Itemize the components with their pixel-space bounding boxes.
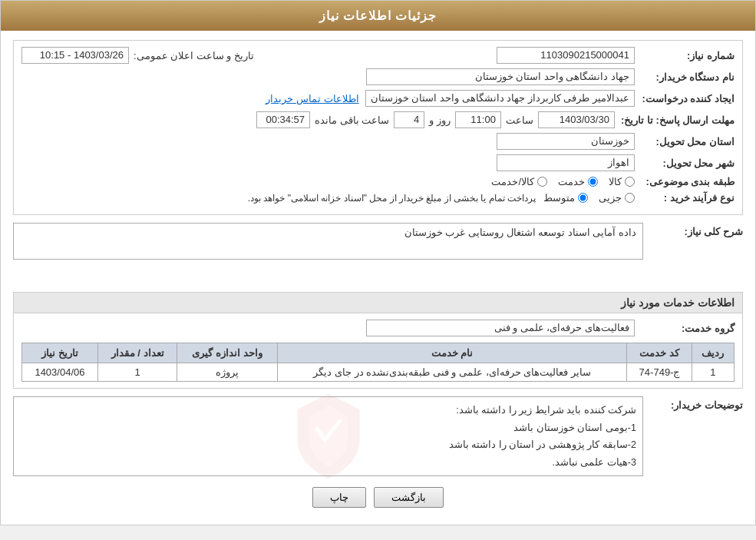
need-description-watermark-area: داده آمایی اسناد توسعه اشتغال روستایی غر… [13,223,643,284]
col-count: تعداد / مقدار [97,343,177,363]
col-name: نام خدمت [277,343,627,363]
process-radio-motevaset[interactable] [578,193,588,203]
category-label-kala-khedmat: کالا/خدمت [491,176,534,187]
category-option-kala[interactable]: کالا [609,176,635,187]
buyer-notes-text: شرکت کننده باید شرایط زیر را داشته باشد:… [20,402,636,471]
creator-label: ایجاد کننده درخواست: [635,93,735,104]
need-description-container: داده آمایی اسناد توسعه اشتغال روستایی غر… [13,223,643,284]
service-group-label: گروه خدمت: [635,323,735,334]
services-table-header-row: ردیف کد خدمت نام خدمت واحد اندازه گیری ت… [22,343,735,363]
announce-label: تاریخ و ساعت اعلان عمومی: [134,50,254,61]
buyer-notes-container: شرکت کننده باید شرایط زیر را داشته باشد:… [13,396,643,476]
need-number-value: 1103090215000041 [497,47,635,64]
deadline-date: 1403/03/30 [538,111,615,128]
row-creator: ایجاد کننده درخواست: عبدالامیر طرفی کارب… [21,90,735,107]
cell-unit: پروژه [177,363,277,382]
process-radio-group: جزیی متوسط [543,192,635,204]
city-label: شهر محل تحویل: [635,157,735,169]
print-button[interactable]: چاپ [312,487,366,508]
category-option-khedmat[interactable]: خدمت [558,176,598,187]
cell-name: سایر فعالیت‌های حرفه‌ای، علمی و فنی طبقه… [277,363,627,382]
province-value: خوزستان [497,133,635,150]
back-button[interactable]: بازگشت [374,487,444,508]
process-label-jozi: جزیی [599,192,622,204]
row-buyer-notes: توضیحات خریدار: شرکت کننده باید شرایط زی… [13,396,743,476]
col-date: تاریخ نیاز [22,343,98,363]
row-need-number: شماره نیاز: 1103090215000041 تاریخ و ساع… [21,47,735,64]
row-service-group: گروه خدمت: فعالیت‌های حرفه‌ای، علمی و فن… [21,320,735,336]
row-need-description: شرح کلی نیاز: داده آمایی اسناد توسعه اشت… [13,223,743,284]
city-value: اهواز [497,154,635,171]
process-radio-jozi[interactable] [625,193,635,203]
col-row-num: ردیف [692,343,734,363]
row-province: استان محل تحویل: خوزستان [21,133,735,150]
main-info-section: شماره نیاز: 1103090215000041 تاریخ و ساع… [13,40,743,215]
services-table: ردیف کد خدمت نام خدمت واحد اندازه گیری ت… [21,343,735,382]
category-option-kala-khedmat[interactable]: کالا/خدمت [491,176,547,187]
cell-date: 1403/04/06 [22,363,98,382]
row-buyer-name: نام دستگاه خریدار: جهاد دانشگاهی واحد اس… [21,68,735,85]
page-title: جزئیات اطلاعات نیاز [319,9,437,22]
deadline-time: 11:00 [455,111,501,128]
need-number-label: شماره نیاز: [635,50,735,61]
category-radio-group: کالا خدمت کالا/خدمت [491,176,635,187]
col-code: کد خدمت [627,343,692,363]
process-option-jozi[interactable]: جزیی [599,192,635,204]
deadline-remaining: 00:34:57 [256,111,310,128]
category-radio-khedmat[interactable] [588,177,598,187]
cell-count: 1 [97,363,177,382]
deadline-time-label: ساعت [506,114,533,126]
services-section: اطلاعات خدمات مورد نیاز گروه خدمت: فعالی… [13,292,743,389]
buyer-notes-value: شرکت کننده باید شرایط زیر را داشته باشد:… [13,396,643,476]
creator-value: عبدالامیر طرفی کاربرداز جهاد دانشگاهی وا… [365,90,635,107]
page-header: جزئیات اطلاعات نیاز [1,1,755,31]
category-label-khedmat: خدمت [558,176,585,187]
cell-row-num: 1 [692,363,734,382]
table-row: 1 ج-749-74 سایر فعالیت‌های حرفه‌ای، علمی… [22,363,735,382]
services-table-head: ردیف کد خدمت نام خدمت واحد اندازه گیری ت… [22,343,735,363]
need-description-label: شرح کلی نیاز: [643,223,743,237]
category-label-kala: کالا [609,176,622,187]
services-table-body: 1 ج-749-74 سایر فعالیت‌های حرفه‌ای، علمی… [22,363,735,382]
buyer-name-value: جهاد دانشگاهی واحد استان خوزستان [366,68,635,85]
cell-code: ج-749-74 [627,363,692,382]
process-label: نوع فرآیند خرید : [635,192,735,204]
row-deadline: مهلت ارسال پاسخ: تا تاریخ: 1403/03/30 سا… [21,111,735,128]
category-radio-kala-khedmat[interactable] [537,177,547,187]
col-unit: واحد اندازه گیری [177,343,277,363]
province-label: استان محل تحویل: [635,136,735,147]
need-description-value: داده آمایی اسناد توسعه اشتغال روستایی غر… [13,223,643,260]
announce-value: 1403/03/26 - 10:15 [21,47,129,64]
row-city: شهر محل تحویل: اهواز [21,154,735,171]
services-info: گروه خدمت: فعالیت‌های حرفه‌ای، علمی و فن… [13,313,743,389]
process-label-motevaset: متوسط [543,192,575,204]
process-note: پرداخت تمام یا بخشی از مبلغ خریدار از مح… [248,193,536,204]
deadline-remaining-label: ساعت باقی مانده [315,114,389,126]
need-description-section: شرح کلی نیاز: داده آمایی اسناد توسعه اشت… [13,223,743,284]
deadline-day-label: روز و [429,114,451,126]
category-label: طبقه بندی موضوعی: [635,176,735,187]
row-process: نوع فرآیند خرید : جزیی متوسط پرداخت تمام… [21,192,735,204]
process-option-motevaset[interactable]: متوسط [543,192,588,204]
deadline-label: مهلت ارسال پاسخ: تا تاریخ: [615,114,735,126]
category-radio-kala[interactable] [625,177,635,187]
services-section-title: اطلاعات خدمات مورد نیاز [13,292,743,313]
button-row: بازگشت چاپ [13,487,743,508]
deadline-days: 4 [394,111,424,128]
buyer-notes-label: توضیحات خریدار: [643,396,743,411]
row-category: طبقه بندی موضوعی: کالا خدمت کالا/خدمت [21,176,735,187]
buyer-name-label: نام دستگاه خریدار: [635,71,735,83]
service-group-value: فعالیت‌های حرفه‌ای، علمی و فنی [366,320,635,336]
creator-contact-link[interactable]: اطلاعات تماس خریدار [266,93,358,104]
